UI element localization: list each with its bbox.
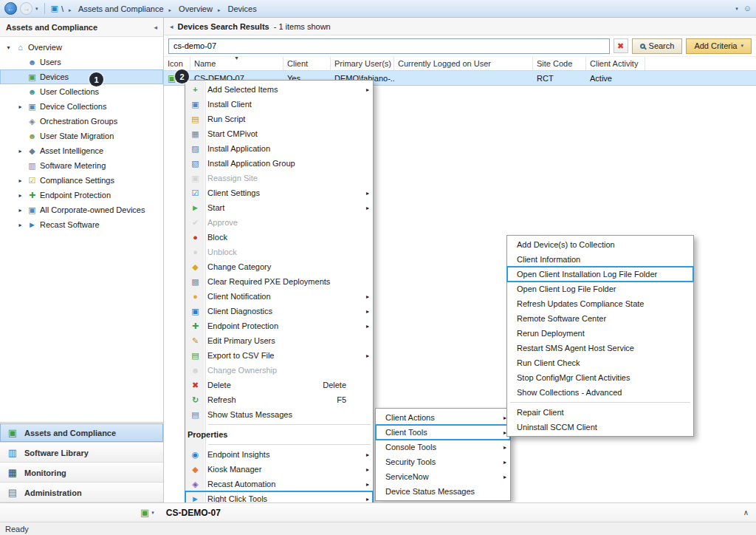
column-header-primary-user-s[interactable]: Primary User(s) [331, 57, 394, 70]
tree-expander-icon[interactable]: ▾ [4, 44, 13, 51]
menu-item-edit-primary-users[interactable]: ✎ Edit Primary Users [185, 333, 373, 348]
menu-item-start-cmpivot[interactable]: ▦ Start CMPivot [185, 126, 373, 141]
forward-button[interactable]: → [20, 2, 32, 15]
menu-item-export-to-csv-file[interactable]: ▤ Export to CSV File ▸ [185, 348, 373, 363]
tree-expander-icon[interactable]: ▸ [16, 192, 24, 199]
back-button[interactable]: ← [4, 2, 17, 15]
tree-item-devices[interactable]: ▣ Devices [0, 69, 163, 84]
menu-item-uninstall-sccm-client[interactable]: Uninstall SCCM Client [507, 420, 693, 435]
menu-item-change-ownership[interactable]: ☻ Change Ownership [185, 363, 373, 378]
menu-item-refresh-updates-compliance-state[interactable]: Refresh Updates Compliance State [507, 296, 693, 311]
column-label: Site Code [537, 59, 572, 68]
clear-search-button[interactable]: ✖ [614, 38, 628, 53]
column-header-icon[interactable]: Icon [164, 57, 190, 70]
tree-expander-icon[interactable]: ▸ [16, 177, 24, 184]
tree-item-asset-intelligence[interactable]: ▸ ◆ Asset Intelligence [0, 143, 163, 158]
tree-item-user-collections[interactable]: ☻ User Collections [0, 84, 163, 99]
workspace-button-administration[interactable]: ▤ Administration [0, 483, 163, 502]
search-input[interactable] [168, 38, 610, 54]
menu-item-clear-required-pxe-deployments[interactable]: ▩ Clear Required PXE Deployments [185, 274, 373, 289]
workspace-button-monitoring[interactable]: ▦ Monitoring [0, 463, 163, 483]
menu-item-show-collections-advanced[interactable]: Show Collections - Advanced [507, 385, 693, 400]
menu-item-block[interactable]: ● Block [185, 230, 373, 245]
workspace-button-assets-and-compliance[interactable]: ▣ Assets and Compliance [0, 423, 163, 443]
search-button[interactable]: Search [632, 38, 683, 54]
breadcrumb-item-item[interactable]: \ [61, 4, 63, 13]
breadcrumb: \ Assets and Compliance Overview Devices [61, 4, 257, 13]
menu-item-security-tools[interactable]: Security Tools ▸ [376, 454, 510, 469]
tree-expander-icon[interactable]: ▸ [16, 207, 24, 214]
submenu-arrow-icon: ▸ [362, 466, 369, 473]
workspace-button-software-library[interactable]: ▥ Software Library [0, 443, 163, 463]
device-context-menu: + Add Selected Items ▸ ▣ Install Client … [185, 80, 374, 508]
menu-item-refresh[interactable]: ↻ Refresh F5 [185, 392, 373, 407]
tree-item-software-metering[interactable]: ▥ Software Metering [0, 158, 163, 173]
column-header-site-code[interactable]: Site Code [533, 57, 586, 70]
menu-item-repair-client[interactable]: Repair Client [507, 405, 693, 420]
menu-item-stop-configmgr-client-activities[interactable]: Stop ConfigMgr Client Activities [507, 370, 693, 385]
tree-item-users[interactable]: ☻ Users [0, 55, 163, 69]
menu-item-device-status-messages[interactable]: Device Status Messages [376, 484, 510, 499]
tree-item-compliance-settings[interactable]: ▸ ☑ Compliance Settings [0, 173, 163, 188]
feedback-icon[interactable]: ☺ [743, 4, 752, 13]
menu-item-rerun-deployment[interactable]: Rerun Deployment [507, 326, 693, 341]
menu-item-open-client-log-file-folder[interactable]: Open Client Log File Folder [507, 282, 693, 296]
menu-item-change-category[interactable]: ◆ Change Category [185, 259, 373, 274]
menu-item-label: Add Selected Items [207, 85, 342, 94]
tree-expander-icon[interactable]: ▸ [16, 103, 24, 110]
menu-item-client-diagnostics[interactable]: ▣ Client Diagnostics ▸ [185, 304, 373, 318]
menu-item-add-selected-items[interactable]: + Add Selected Items ▸ [185, 82, 373, 97]
menu-item-install-application-group[interactable]: ▧ Install Application Group [185, 156, 373, 171]
tree-expander-icon[interactable]: ▸ [16, 222, 24, 228]
menu-item-show-status-messages[interactable]: ▤ Show Status Messages [185, 407, 373, 422]
tree-expander-icon[interactable]: ▸ [16, 148, 24, 154]
menu-item-endpoint-insights[interactable]: ◉ Endpoint Insights ▸ [185, 447, 373, 462]
detail-collapse-icon[interactable]: ∧ [743, 508, 749, 517]
menu-item-remote-software-center[interactable]: Remote Software Center [507, 311, 693, 326]
menu-item-add-device-s-to-collection[interactable]: Add Device(s) to Collection [507, 237, 693, 252]
column-header-currently-logged-on-user[interactable]: Currently Logged on User [394, 57, 533, 70]
menu-item-open-client-installation-log-file-folder[interactable]: Open Client Installation Log File Folder [507, 267, 693, 282]
menu-item-endpoint-protection[interactable]: ✚ Endpoint Protection ▸ [185, 318, 373, 333]
breadcrumb-item-assets-and-compliance[interactable]: Assets and Compliance [69, 4, 164, 13]
detail-device-cluster[interactable]: ▣ ▾ [140, 508, 154, 517]
menu-item-run-client-check[interactable]: Run Client Check [507, 355, 693, 370]
tree-item-orchestration-groups[interactable]: ◈ Orchestration Groups [0, 114, 163, 129]
sidebar-collapse-icon[interactable]: ◂ [154, 24, 157, 31]
tree-item-label: Endpoint Protection [40, 191, 111, 200]
breadcrumb-item-overview[interactable]: Overview [169, 4, 213, 13]
breadcrumb-item-devices[interactable]: Devices [218, 4, 257, 13]
column-header-client-activity[interactable]: Client Activity [586, 57, 645, 70]
tree-item-device-collections[interactable]: ▸ ▣ Device Collections [0, 99, 163, 114]
menu-item-unblock[interactable]: ● Unblock [185, 245, 373, 259]
menu-item-client-settings[interactable]: ☑ Client Settings ▸ [185, 185, 373, 200]
add-criteria-button[interactable]: Add Criteria ▾ [686, 38, 752, 54]
menu-item-approve[interactable]: ✔ Approve [185, 215, 373, 230]
menu-item-restart-sms-agent-host-service[interactable]: Restart SMS Agent Host Service [507, 341, 693, 355]
menu-item-kiosk-manager[interactable]: ◆ Kiosk Manager ▸ [185, 462, 373, 477]
menu-item-recast-automation[interactable]: ◈ Recast Automation ▸ [185, 477, 373, 491]
menu-item-delete[interactable]: ✖ Delete Delete [185, 378, 373, 392]
column-header-name[interactable]: ▼ Name [190, 57, 284, 70]
tree-item-all-corporate-owned-devices[interactable]: ▸ ▣ All Corporate-owned Devices [0, 202, 163, 217]
menu-item-servicenow[interactable]: ServiceNow ▸ [376, 469, 510, 484]
tree-item-endpoint-protection[interactable]: ▸ ✚ Endpoint Protection [0, 188, 163, 202]
menu-item-client-tools[interactable]: Client Tools ▸ [376, 425, 510, 440]
menu-item-reassign-site[interactable]: ▣ Reassign Site [185, 171, 373, 185]
menu-item-client-notification[interactable]: ● Client Notification ▸ [185, 289, 373, 304]
nav-history-caret-icon[interactable]: ▾ [35, 6, 38, 12]
menu-item-install-client[interactable]: ▣ Install Client [185, 97, 373, 112]
menu-item-run-script[interactable]: ▤ Run Script [185, 112, 373, 126]
tree-item-overview[interactable]: ▾ ⌂ Overview [0, 40, 163, 55]
pane-collapse-icon[interactable]: ◂ [170, 23, 173, 30]
tree-item-recast-software[interactable]: ▸ ► Recast Software [0, 217, 163, 232]
menu-item-client-actions[interactable]: Client Actions ▸ [376, 410, 510, 425]
menu-item-client-information[interactable]: Client Information [507, 252, 693, 267]
tree-item-user-state-migration[interactable]: ☻ User State Migration [0, 129, 163, 143]
toolbar-caret-icon[interactable]: ▾ [735, 6, 738, 12]
menu-item-console-tools[interactable]: Console Tools ▸ [376, 440, 510, 454]
menu-item-start[interactable]: ► Start ▸ [185, 200, 373, 215]
column-header-client[interactable]: Client [284, 57, 331, 70]
menu-item-properties[interactable]: Properties [185, 427, 373, 442]
menu-item-install-application[interactable]: ▨ Install Application [185, 141, 373, 156]
